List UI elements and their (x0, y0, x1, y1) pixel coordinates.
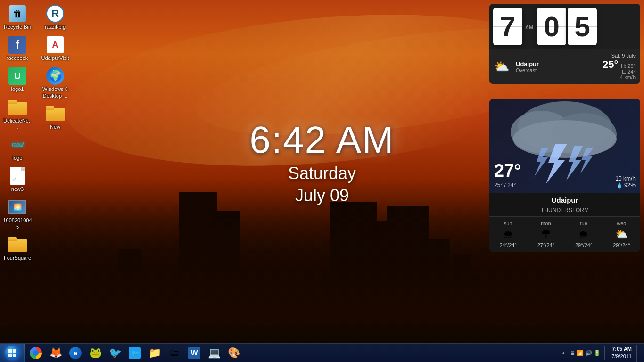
flip-digit-min2: 5 (568, 8, 597, 45)
forecast-tue-icon: 🌧 (578, 228, 589, 240)
icon-label-udaipur: UdaipurVisit (41, 55, 69, 61)
icon-label-delicate: DelicateNe... (3, 118, 32, 130)
start-orb (5, 346, 20, 361)
taskbar-bird[interactable]: 🐦 (106, 345, 124, 362)
system-tray: 🖥 📶 🔊 🔋 (570, 350, 601, 356)
flip-hour: 7 (493, 8, 522, 45)
flip-weather-right: Sat, 9 July 25° H: 28° L: 24° 4 km/h (603, 53, 636, 80)
icon-label-new3: new3 (11, 186, 24, 192)
svg-rect-11 (13, 354, 16, 357)
desktop-icon-photo[interactable]: 🌅 10082010045 (1, 196, 34, 231)
desktop: 🗑 Recycle Bin f facebook U logo1 (0, 0, 644, 343)
forecast-wed-icon: ⛅ (615, 228, 628, 240)
desktop-icon-foursquare[interactable]: FourSquare (1, 233, 34, 263)
forecast-wed: wed ⛅ 29°/24° (603, 217, 640, 252)
desktop-icon-new3[interactable]: 📄 new3 (1, 165, 34, 194)
flip-wind: 4 km/h (603, 74, 636, 80)
weather-temp-section: 27° 25° / 24° (494, 161, 521, 189)
flip-clock-widget: 7 AM 0 5 ⛅ Udaipur Overcast Sat, 9 July (489, 4, 640, 84)
icon-label-razzil: razzil-big (45, 24, 66, 30)
icon-label-facebook: facebook (7, 55, 28, 61)
svg-point-3 (513, 120, 617, 158)
tray-divider (604, 346, 605, 360)
icon-label-recycle: Recycle Bin (4, 24, 31, 30)
desktop-icon-windows8[interactable]: 🌍 Windows 8 Desktop ... (39, 65, 72, 100)
desktop-icon-razzil[interactable]: R razzil-big (39, 2, 72, 32)
taskbar-explorer[interactable]: 💻 (205, 345, 223, 362)
flip-temp: 25° (603, 58, 618, 71)
flip-condition: Overcast (516, 67, 539, 73)
weather-wind-section: 10 km/h 💧 92% (615, 175, 636, 189)
taskbar-paint[interactable]: 🎨 (224, 345, 243, 362)
flip-date: Sat, 9 July (603, 53, 636, 58)
taskbar-twitter[interactable]: 🐦 (125, 345, 144, 362)
icon-label-new: New (50, 124, 60, 130)
flip-digit-min1: 0 (537, 8, 566, 45)
taskbar-ie[interactable]: e (66, 345, 85, 362)
flip-cloud-icon: ⛅ (494, 59, 509, 74)
forecast-tue: tue 🌧 29°/24° (565, 217, 603, 252)
desktop-icon-logo[interactable]: raoul logo (1, 133, 34, 163)
taskbar-game1[interactable]: 🐸 (86, 345, 105, 362)
weather-info: 27° 25° / 24° 10 km/h 💧 92% (494, 161, 636, 189)
flip-city: Udaipur (516, 60, 539, 67)
flip-digit-hour: 7 (493, 8, 522, 45)
flip-mins: 0 5 (537, 8, 597, 45)
weather-temperature: 27° (494, 161, 521, 181)
flip-clock-weather: ⛅ Udaipur Overcast Sat, 9 July 25° H: 28… (489, 49, 640, 84)
icon-label-logo1: logo1 (11, 86, 24, 92)
taskbar-chrome[interactable] (26, 345, 45, 362)
icon-label-foursquare: FourSquare (4, 255, 31, 261)
taskbar-time: 7:05 AM (611, 346, 632, 353)
forecast-sun-icon: 🌧 (503, 228, 513, 240)
taskbar: 🦊 e 🐸 🐦 🐦 📁 🗂 W 💻 🎨 (0, 343, 644, 362)
desktop-icon-facebook[interactable]: f facebook (1, 33, 34, 63)
weather-condition: THUNDERSTORM (489, 207, 640, 216)
tray-expand-arrow[interactable]: ▲ (559, 349, 568, 356)
taskbar-apps: 🦊 e 🐸 🐦 🐦 📁 🗂 W 💻 🎨 (25, 344, 245, 362)
taskbar-right: ▲ 🖥 📶 🔊 🔋 7:05 AM 7/9/2011 (559, 345, 644, 362)
flip-high: H: 28° (621, 63, 636, 69)
svg-rect-10 (8, 354, 12, 357)
svg-rect-8 (8, 349, 12, 353)
tray-network-icon[interactable]: 📶 (577, 350, 584, 356)
taskbar-clock[interactable]: 7:05 AM 7/9/2011 (609, 346, 635, 360)
icon-label-windows8: Windows 8 Desktop ... (41, 86, 70, 99)
center-clock: 6:42 AM Saturday July 09 (249, 121, 395, 206)
desktop-icon-udaipur[interactable]: A UdaipurVisit (39, 33, 72, 63)
center-date: July 09 (249, 186, 395, 206)
flip-ampm: AM (525, 25, 533, 30)
weather-feels-like: 25° / 24° (494, 182, 521, 189)
taskbar-files[interactable]: 🗂 (165, 345, 184, 362)
desktop-icon-logo1[interactable]: U logo1 (1, 65, 34, 94)
svg-rect-9 (13, 349, 16, 353)
flip-low: L: 24° (621, 69, 636, 74)
icon-label-logo: logo (13, 155, 23, 161)
weather-forecast: sun 🌧 24°/24° mon 🌩 27°/24° tue 🌧 29°/24… (489, 216, 640, 252)
weather-main-display: 27° 25° / 24° 10 km/h 💧 92% (489, 99, 640, 193)
weather-widget: 27° 25° / 24° 10 km/h 💧 92% Udaipur THUN… (489, 99, 640, 252)
flip-clock-display: 7 AM 0 5 (489, 4, 640, 49)
taskbar-date: 7/9/2011 (611, 353, 632, 360)
tray-monitor-icon[interactable]: 🖥 (570, 350, 575, 356)
tray-volume-icon[interactable]: 🔊 (585, 350, 592, 356)
weather-city: Udaipur (489, 193, 640, 207)
center-time: 6:42 AM (249, 121, 395, 159)
forecast-sun: sun 🌧 24°/24° (489, 217, 527, 252)
center-day: Saturday (249, 164, 395, 183)
taskbar-folder-app[interactable]: 📁 (145, 345, 164, 362)
taskbar-firefox[interactable]: 🦊 (46, 345, 65, 362)
desktop-icon-recycle-bin[interactable]: 🗑 Recycle Bin (1, 2, 34, 32)
show-desktop-button[interactable] (636, 345, 640, 362)
weather-humidity: 💧 92% (615, 182, 636, 189)
weather-wind: 10 km/h (615, 175, 636, 182)
start-button[interactable] (0, 344, 25, 362)
desktop-icon-delicate[interactable]: DelicateNe... (1, 96, 34, 132)
desktop-icon-new-folder[interactable]: New (39, 102, 72, 132)
icon-label-photo: 10082010045 (3, 217, 32, 230)
tray-battery-icon[interactable]: 🔋 (594, 350, 601, 356)
forecast-mon: mon 🌩 27°/24° (527, 217, 565, 252)
taskbar-word[interactable]: W (185, 345, 204, 362)
forecast-mon-icon: 🌩 (541, 228, 551, 240)
